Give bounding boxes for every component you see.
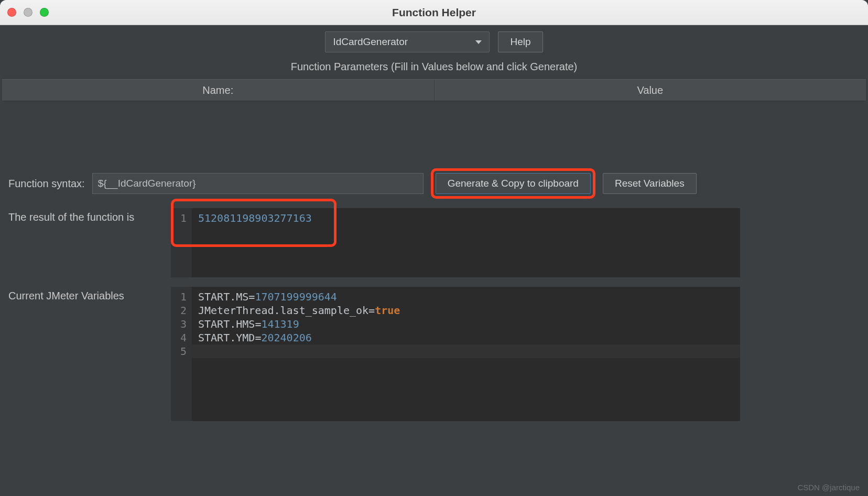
- result-label: The result of the function is: [8, 208, 154, 223]
- generate-button[interactable]: Generate & Copy to clipboard: [436, 173, 591, 194]
- variables-label: Current JMeter Variables: [8, 287, 154, 302]
- column-header-name: Name:: [2, 80, 435, 101]
- window-title: Function Helper: [0, 6, 868, 19]
- list-item: START.YMD=20240206: [198, 331, 734, 344]
- title-bar: Function Helper: [0, 0, 868, 25]
- list-item: [192, 344, 740, 358]
- help-button[interactable]: Help: [498, 31, 542, 52]
- result-gutter: 1: [171, 208, 192, 277]
- result-value: 512081198903277163: [198, 212, 312, 224]
- function-selector[interactable]: IdCardGenerator: [325, 31, 490, 52]
- watermark: CSDN @jarctique: [797, 483, 860, 492]
- list-item: START.MS=1707199999644: [198, 290, 734, 304]
- chevron-down-icon: [475, 40, 482, 44]
- variables-output[interactable]: 1 2 3 4 5 START.MS=1707199999644 JMeterT…: [171, 287, 740, 421]
- list-item: START.HMS=141319: [198, 317, 734, 331]
- variables-gutter: 1 2 3 4 5: [171, 287, 192, 421]
- result-output[interactable]: 1 512081198903277163: [171, 208, 740, 277]
- function-syntax-input[interactable]: [92, 173, 424, 194]
- reset-variables-button[interactable]: Reset Variables: [603, 173, 697, 194]
- function-syntax-label: Function syntax:: [8, 178, 85, 190]
- parameters-table-header: Name: Value: [2, 79, 866, 101]
- function-selector-value: IdCardGenerator: [333, 36, 408, 48]
- list-item: JMeterThread.last_sample_ok=true: [198, 304, 734, 317]
- parameters-table-body[interactable]: [2, 101, 866, 138]
- column-header-value: Value: [435, 80, 866, 101]
- parameters-heading: Function Parameters (Fill in Values belo…: [0, 61, 868, 79]
